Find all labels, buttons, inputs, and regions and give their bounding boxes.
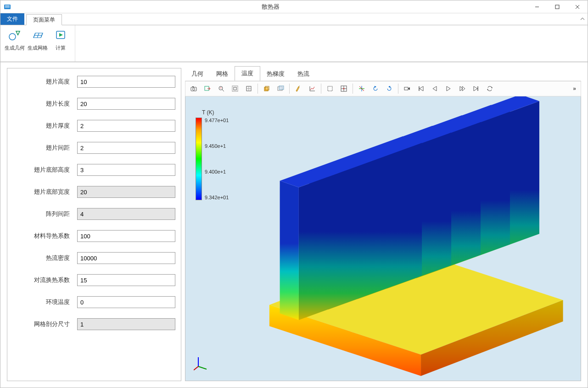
param-input[interactable] — [77, 164, 175, 176]
svg-point-7 — [9, 34, 16, 40]
generate-geometry-button[interactable]: 生成几何 — [3, 27, 26, 52]
graphics-canvas[interactable]: T (K) 9.477e+01 9.450e+1 9.400e+1 9.342e… — [185, 96, 581, 381]
prev-frame-icon[interactable] — [428, 82, 441, 95]
param-label: 翅片厚度 — [13, 122, 77, 130]
view-tab[interactable]: 温度 — [235, 66, 260, 81]
record-icon[interactable] — [401, 82, 414, 95]
param-label: 环境温度 — [13, 298, 77, 306]
zoom-box-icon[interactable] — [229, 82, 241, 95]
window-title: 散热器 — [14, 3, 527, 11]
next-frame-icon[interactable] — [456, 82, 469, 95]
first-frame-icon[interactable] — [414, 82, 427, 95]
compute-icon — [53, 28, 68, 43]
svg-marker-47 — [447, 86, 450, 91]
svg-rect-31 — [279, 86, 284, 90]
heatsink-3d-render — [185, 96, 581, 381]
svg-marker-53 — [487, 89, 488, 90]
svg-marker-8 — [16, 31, 20, 35]
menu-bar: 文件 页面菜单 — [0, 13, 588, 25]
rotate-icon[interactable] — [355, 82, 368, 95]
zoom-fit-icon[interactable]: + — [215, 82, 228, 95]
select-all-icon[interactable] — [337, 82, 350, 95]
graphics-toolbar: +» — [185, 81, 581, 96]
param-input[interactable] — [77, 142, 175, 154]
param-label: 翅片高度 — [13, 78, 77, 86]
param-input[interactable] — [77, 230, 175, 242]
file-menu-tab[interactable]: 文件 — [0, 13, 24, 25]
view-tab[interactable]: 热梯度 — [260, 67, 291, 81]
generate-mesh-label: 生成网格 — [28, 45, 48, 51]
view-tab-bar: 几何网格温度热梯度热流 — [185, 67, 581, 81]
param-row: 翅片高度 — [13, 76, 175, 88]
clear-icon[interactable] — [292, 82, 305, 95]
param-row: 翅片底部宽度 — [13, 186, 175, 198]
view-tab[interactable]: 网格 — [210, 67, 235, 81]
svg-point-17 — [193, 88, 195, 90]
rotate-left-icon[interactable] — [369, 82, 382, 95]
toolbar-separator — [289, 84, 290, 94]
param-row: 对流换热系数 — [13, 274, 175, 286]
param-input[interactable] — [77, 252, 175, 264]
close-button[interactable] — [567, 0, 588, 13]
svg-rect-2 — [5, 7, 10, 8]
plot-icon[interactable] — [306, 82, 319, 95]
ribbon-group: 生成几何 生成网格 计算 — [0, 25, 75, 62]
toolbar-overflow-icon[interactable]: » — [570, 85, 579, 92]
param-label: 翅片间距 — [13, 144, 77, 152]
param-input[interactable] — [77, 296, 175, 308]
param-row: 材料导热系数 — [13, 230, 175, 242]
svg-marker-46 — [433, 86, 437, 91]
param-row: 阵列间距 — [13, 208, 175, 220]
param-label: 材料导热系数 — [13, 232, 77, 240]
param-row: 翅片间距 — [13, 142, 175, 154]
camera-icon[interactable] — [187, 82, 200, 95]
param-input[interactable] — [77, 98, 175, 110]
toolbar-separator — [398, 84, 398, 94]
parameter-panel: 翅片高度翅片长度翅片厚度翅片间距翅片底部高度翅片底部宽度阵列间距材料导热系数热流… — [7, 68, 181, 381]
compute-label: 计算 — [56, 45, 66, 51]
loop-icon[interactable] — [483, 82, 496, 95]
svg-rect-23 — [232, 86, 238, 91]
view-tab[interactable]: 几何 — [185, 67, 210, 81]
generate-mesh-button[interactable]: 生成网格 — [26, 27, 49, 52]
last-frame-icon[interactable] — [470, 82, 482, 95]
svg-rect-28 — [264, 87, 268, 91]
param-label: 阵列间距 — [13, 210, 77, 218]
scene-light-icon[interactable] — [260, 82, 273, 95]
collapse-ribbon-icon[interactable] — [577, 13, 588, 25]
param-input[interactable] — [77, 120, 175, 132]
title-bar: 散热器 — [0, 0, 588, 13]
svg-rect-18 — [192, 86, 194, 87]
export-image-icon[interactable] — [201, 82, 214, 95]
svg-line-71 — [194, 366, 198, 370]
svg-marker-43 — [408, 87, 410, 90]
param-input — [77, 186, 175, 198]
param-input — [77, 208, 175, 220]
play-icon[interactable] — [442, 82, 455, 95]
mesh-icon — [30, 28, 45, 43]
geometry-icon — [7, 28, 22, 43]
reset-zoom-icon[interactable] — [242, 82, 255, 95]
param-row: 翅片厚度 — [13, 120, 175, 132]
param-input[interactable] — [77, 274, 175, 286]
svg-marker-50 — [474, 86, 477, 91]
app-menu-tab[interactable]: 页面菜单 — [26, 14, 62, 25]
param-row: 环境温度 — [13, 296, 175, 308]
svg-rect-1 — [5, 6, 10, 6]
app-window: 散热器 文件 页面菜单 生成几何 生成网格 — [0, 0, 588, 388]
param-row: 翅片长度 — [13, 98, 175, 110]
rotate-right-icon[interactable] — [383, 82, 396, 95]
svg-point-36 — [343, 88, 345, 90]
minimize-button[interactable] — [527, 0, 547, 13]
param-input[interactable] — [77, 76, 175, 88]
view-tab[interactable]: 热流 — [291, 67, 316, 81]
svg-marker-41 — [388, 86, 390, 88]
transparency-icon[interactable] — [274, 82, 287, 95]
maximize-button[interactable] — [547, 0, 567, 13]
select-box-icon[interactable] — [324, 82, 336, 95]
compute-button[interactable]: 计算 — [49, 27, 72, 52]
param-label: 翅片底部宽度 — [13, 188, 77, 196]
viewer-panel: 几何网格温度热梯度热流 +» T (K) 9.477e+01 9.450e+1 … — [185, 67, 581, 381]
param-label: 翅片底部高度 — [13, 166, 77, 174]
toolbar-separator — [353, 84, 353, 94]
